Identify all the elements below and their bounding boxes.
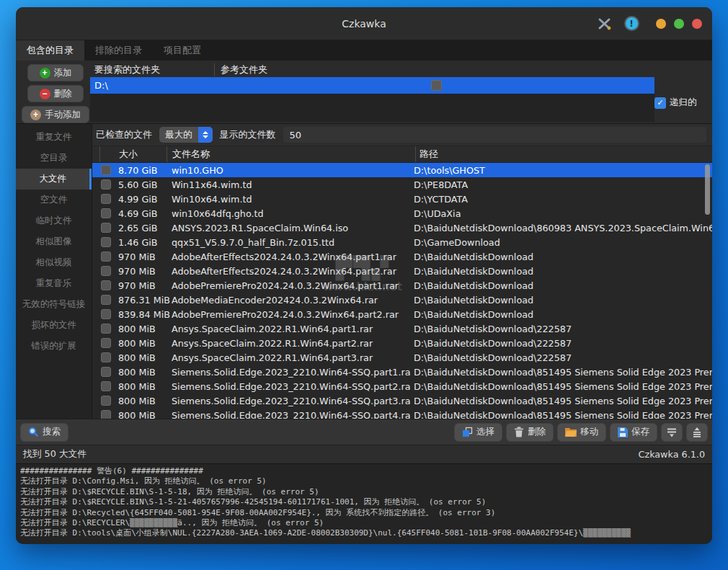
search-method-dropdown[interactable]: 最大的 xyxy=(159,127,213,143)
row-checkbox[interactable] xyxy=(101,352,111,362)
titlebar[interactable]: Czkawka ! xyxy=(16,7,712,40)
sidebar-item-similar-videos[interactable]: 相似视频 xyxy=(16,252,92,273)
row-checkbox[interactable] xyxy=(101,251,111,262)
row-checkbox[interactable] xyxy=(101,208,111,218)
file-table-body[interactable]: 8.70 GiBwin10.GHOD:\tools\GHOST5.60 GiBW… xyxy=(92,163,712,419)
sidebar-item-broken-files[interactable]: 损坏的文件 xyxy=(16,315,92,336)
table-row[interactable]: 839.84 MiBAdobePremierePro2024.24.0.3.2W… xyxy=(92,307,712,321)
directories-tabbar: 包含的目录 排除的目录 项目配置 xyxy=(16,40,712,61)
table-row[interactable]: 800 MiBSiemens.Solid.Edge.2023_2210.Win6… xyxy=(92,379,712,393)
table-row[interactable]: 800 MiBAnsys.SpaceClaim.2022.R1.Win64.pa… xyxy=(92,336,712,350)
add-directory-button[interactable]: + 添加 xyxy=(27,64,84,81)
maximize-button[interactable] xyxy=(674,19,684,29)
console-line: 无法打开目录 D:\Recycled\{645FF040-5081-954E-9… xyxy=(20,508,708,518)
table-row[interactable]: 876.31 MiBAdobeMediaEncoder202424.0.3.2W… xyxy=(92,293,712,307)
minimize-button[interactable] xyxy=(656,19,666,29)
table-row[interactable]: 800 MiBSiemens.Solid.Edge.2023_2210.Win6… xyxy=(92,365,712,379)
row-checkbox[interactable] xyxy=(101,194,111,204)
about-info-icon[interactable]: ! xyxy=(623,16,640,32)
row-checkbox[interactable] xyxy=(101,179,111,190)
sidebar-item-empty-files[interactable]: 空文件 xyxy=(16,190,92,210)
delete-button-label: 删除 xyxy=(528,426,546,438)
recursive-checkbox[interactable]: ✓ xyxy=(654,97,666,109)
sidebar-item-empty-directories[interactable]: 空目录 xyxy=(16,148,92,169)
found-files-status: 找到 50 大文件 xyxy=(23,448,86,460)
row-checkbox[interactable] xyxy=(101,280,111,290)
cell-name: Siemens.Solid.Edge.2023_2210.Win64-SSQ.p… xyxy=(167,410,410,419)
table-row[interactable]: 970 MiBAdobePremierePro2024.24.0.3.2Winx… xyxy=(92,278,712,293)
column-header-path[interactable]: 路径 xyxy=(415,146,712,162)
table-row[interactable]: 970 MiBAdobeAfterEffects2024.24.0.3.2Win… xyxy=(92,249,712,264)
cell-path: D:\BaiduNetdiskDownload\851495 Siemens S… xyxy=(410,410,712,419)
included-directories-list[interactable]: D:\ xyxy=(90,77,654,122)
tab-included-directories[interactable]: 包含的目录 xyxy=(16,40,84,61)
sidebar-item-invalid-symlinks[interactable]: 无效的符号链接 xyxy=(16,294,92,315)
row-checkbox[interactable] xyxy=(101,309,111,319)
console-line: 无法打开目录 D:\Config.Msi, 因为 拒绝访问。 (os error… xyxy=(20,476,708,486)
table-row[interactable]: 4.99 GiBWin10x64.wim.tdD:\YCTDATA xyxy=(92,192,712,206)
manual-add-button[interactable]: + 手动添加 xyxy=(22,106,89,123)
tab-excluded-directories[interactable]: 排除的目录 xyxy=(84,40,153,61)
tab-items-configuration[interactable]: 项目配置 xyxy=(153,40,212,61)
cell-size: 2.65 GiB xyxy=(118,223,167,233)
czkawka-window: Czkawka ! xyxy=(16,7,712,544)
cell-name: AdobeAfterEffects2024.24.0.3.2Winx64.par… xyxy=(167,266,410,277)
table-row[interactable]: 5.60 GiBWin11x64.wim.tdD:\PE8DATA xyxy=(92,177,712,192)
table-row[interactable]: 1.46 GiBqqx51_V5.9.7.0_half_Bin.7z.015.t… xyxy=(92,235,712,249)
move-button-label: 移动 xyxy=(580,426,598,438)
remove-directory-button[interactable]: − 删除 xyxy=(27,85,84,102)
directories-panel: + 添加 − 删除 + 手动添加 要搜索的文件夹 参考文件夹 xyxy=(16,61,712,124)
move-button[interactable]: 移动 xyxy=(557,423,606,442)
row-checkbox[interactable] xyxy=(101,295,111,305)
tools-icon[interactable] xyxy=(595,16,613,32)
table-row[interactable]: 8.70 GiBwin10.GHOD:\tools\GHOST xyxy=(92,163,712,177)
column-header-size[interactable]: 大小 xyxy=(99,146,167,162)
row-checkbox[interactable] xyxy=(101,223,111,233)
trash-icon xyxy=(514,427,524,437)
delete-button[interactable]: 删除 xyxy=(506,423,554,442)
row-checkbox[interactable] xyxy=(101,237,111,247)
row-checkbox[interactable] xyxy=(101,338,111,348)
sidebar-item-big-files[interactable]: 大文件 xyxy=(16,169,92,190)
table-row[interactable]: 2.65 GiBANSYS.2023.R1.SpaceClaim.Win64.i… xyxy=(92,221,712,235)
table-row[interactable]: 800 MiBAnsys.SpaceClaim.2022.R1.Win64.pa… xyxy=(92,350,712,365)
console-log[interactable]: ############### 警告(6) ###############无法打… xyxy=(16,463,712,544)
desktop-background: Czkawka ! xyxy=(0,0,728,570)
sidebar-item-music-duplicates[interactable]: 重复音乐 xyxy=(16,273,92,294)
row-checkbox[interactable] xyxy=(101,410,111,419)
table-row[interactable]: 970 MiBAdobeAfterEffects2024.24.0.3.2Win… xyxy=(92,264,712,278)
cell-name: Ansys.SpaceClaim.2022.R1.Win64.part3.rar xyxy=(167,352,410,363)
sidebar-item-temporary-files[interactable]: 临时文件 xyxy=(16,210,92,231)
table-row[interactable]: 4.69 GiBwin10x64dfq.gho.tdD:\UDaXia xyxy=(92,206,712,221)
shown-files-input[interactable]: 50 xyxy=(283,127,707,143)
reference-folder-checkbox[interactable] xyxy=(431,80,442,91)
sidebar-item-duplicate-files[interactable]: 重复文件 xyxy=(16,127,92,148)
sidebar-item-similar-images[interactable]: 相似图像 xyxy=(16,231,92,252)
select-button[interactable]: 选择 xyxy=(454,423,502,442)
sort-button[interactable] xyxy=(661,423,683,442)
table-row[interactable]: 800 MiBAnsys.SpaceClaim.2022.R1.Win64.pa… xyxy=(92,321,712,336)
row-checkbox[interactable] xyxy=(101,266,111,276)
search-button[interactable]: 搜索 xyxy=(20,423,68,442)
directory-row-selected[interactable]: D:\ xyxy=(90,77,654,94)
vertical-scrollbar[interactable] xyxy=(705,164,710,215)
table-row[interactable]: 800 MiBSiemens.Solid.Edge.2023_2210.Win6… xyxy=(92,393,712,408)
table-header: 大小 文件名称 路径 xyxy=(92,146,712,163)
row-checkbox[interactable] xyxy=(101,381,111,391)
spinner-arrows-icon[interactable] xyxy=(198,127,213,143)
row-checkbox[interactable] xyxy=(101,165,111,175)
close-button[interactable] xyxy=(692,19,702,29)
cell-path: D:\BaiduNetdiskDownload xyxy=(410,266,712,277)
move-to-top-button[interactable] xyxy=(686,423,708,442)
cell-size: 1.46 GiB xyxy=(118,237,167,248)
row-checkbox[interactable] xyxy=(101,324,111,334)
cell-path: D:\BaiduNetdiskDownload\222587 xyxy=(410,338,712,349)
sidebar-item-bad-extensions[interactable]: 错误的扩展 xyxy=(16,336,92,357)
row-checkbox[interactable] xyxy=(101,396,111,406)
plus-circle-icon: + xyxy=(40,68,50,79)
column-header-filename[interactable]: 文件名称 xyxy=(167,146,415,162)
row-checkbox[interactable] xyxy=(101,367,111,377)
cell-path: D:\BaiduNetdiskDownload\851495 Siemens S… xyxy=(410,396,712,406)
save-button[interactable]: 保存 xyxy=(610,423,657,442)
table-row[interactable]: 800 MiBSiemens.Solid.Edge.2023_2210.Win6… xyxy=(92,408,712,419)
